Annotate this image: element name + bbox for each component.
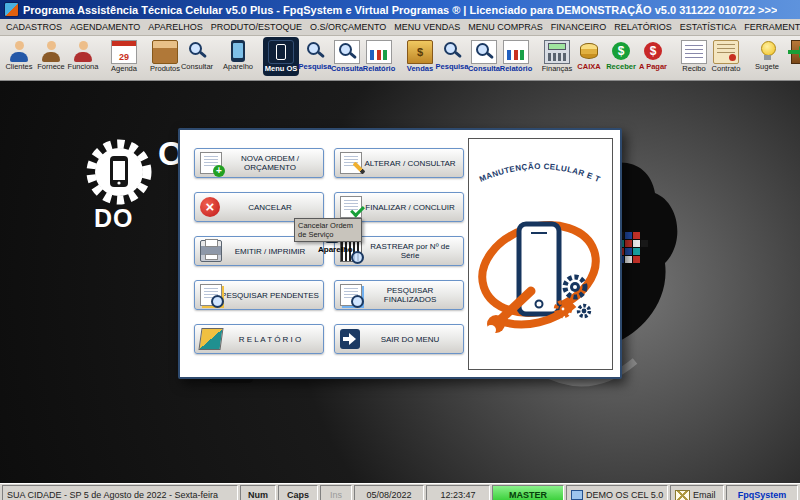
dialog-button[interactable]: R E L A T Ó R I O [194, 324, 324, 354]
status-num-lock: Num [240, 485, 276, 500]
menu-item[interactable]: AGENDAMENTO [66, 21, 144, 33]
menu-item-label: ESTATÍSTICA [680, 22, 737, 32]
dialog-button[interactable]: NOVA ORDEM / ORÇAMENTO [194, 148, 324, 178]
menu-item[interactable]: MENU VENDAS [390, 21, 464, 33]
toolbar-button[interactable]: Pesquisa [436, 37, 468, 74]
dialog-button[interactable]: SAIR DO MENU [334, 324, 464, 354]
toolbar-button[interactable]: Vendas [404, 37, 436, 76]
toolbar-button[interactable]: Receber [605, 37, 637, 74]
menu-item-label: FINANCEIRO [551, 22, 607, 32]
toolbar-button[interactable]: Produtos [149, 37, 181, 76]
monitor-icon [571, 490, 583, 500]
status-location: SUA CIDADE - SP 5 de Agosto de 2022 - Se… [2, 485, 238, 500]
dialog-button[interactable]: ALTERAR / CONSULTAR [334, 148, 464, 178]
menu-item-label: O.S/ORÇAMENTO [310, 22, 386, 32]
toolbar-button[interactable]: Consultar [181, 37, 213, 74]
toolbar-button[interactable]: Aparelho [222, 37, 254, 74]
new-order-icon [200, 152, 222, 174]
toolbar-button-label: Contrato [712, 65, 741, 73]
window-title: Programa Assistência Técnica Celular v5.… [23, 4, 777, 16]
toolbar-button[interactable]: Contrato [710, 37, 742, 76]
app-icon [4, 2, 19, 17]
status-bar: SUA CIDADE - SP 5 de Agosto de 2022 - Se… [0, 483, 800, 500]
status-date: 05/08/2022 [354, 485, 424, 500]
dialog-button-label: SAIR DO MENU [356, 335, 443, 344]
toolbar-button-label: CAIXA [577, 63, 600, 71]
status-insert: Ins [320, 485, 352, 500]
menu-item[interactable]: MENU COMPRAS [464, 21, 547, 33]
toolbar-button[interactable] [783, 37, 800, 68]
bulb-icon [755, 40, 779, 62]
toolbar-button[interactable]: Funciona [67, 37, 99, 74]
receipt-icon [681, 40, 707, 64]
svg-text:MANUTENÇÃO CELULAR E TABLET: MANUTENÇÃO CELULAR E TABLET [469, 139, 601, 184]
contract-icon [713, 40, 739, 64]
toolbar-button[interactable]: Sugete [751, 37, 783, 74]
toolbar-button[interactable]: Relatório [500, 37, 532, 76]
dialog-button-label: EMITIR / IMPRIMIR [210, 247, 309, 256]
toolbar-button-label: Agenda [111, 65, 137, 73]
search-done-icon [340, 284, 362, 306]
menu-item[interactable]: ESTATÍSTICA [676, 21, 741, 33]
menu-item[interactable]: O.S/ORÇAMENTO [306, 21, 390, 33]
toolbar-button[interactable]: Consulta [468, 37, 500, 76]
toolbar-button-label: Sugete [755, 63, 779, 71]
menu-item-label: CADASTROS [6, 22, 62, 32]
device-icon [231, 40, 245, 62]
staff-icon [71, 40, 95, 62]
toolbar-button[interactable]: Finanças [541, 37, 573, 76]
logo-gear-icon [84, 137, 154, 207]
dialog-button[interactable]: PESQUISAR FINALIZADOS [334, 280, 464, 310]
menu-item[interactable]: PRODUTO/ESTOQUE [207, 21, 306, 33]
products-icon [152, 40, 178, 64]
os-menu-icon [268, 40, 294, 64]
toolbar-button[interactable]: Relatório [363, 37, 395, 76]
menu-item[interactable]: RELATÓRIOS [610, 21, 675, 33]
toolbar-button-label: A Pagar [639, 63, 667, 71]
repair-illustration: MANUTENÇÃO CELULAR E TABLET [469, 139, 610, 367]
status-email[interactable]: Email [670, 485, 724, 500]
status-user-badge: MASTER [492, 485, 564, 500]
menu-item[interactable]: CADASTROS [2, 21, 66, 33]
supplier-icon [39, 40, 63, 62]
toolbar-button[interactable]: Pesquisa [299, 37, 331, 74]
print-icon [200, 240, 222, 262]
report3d-icon [198, 328, 223, 350]
toolbar-button-label: Consultar [181, 63, 213, 71]
toolbar-button[interactable]: Fornece [35, 37, 67, 74]
toolbar-button[interactable]: A Pagar [637, 37, 669, 74]
illustration-panel: MANUTENÇÃO CELULAR E TABLET [468, 138, 613, 370]
floating-device-label: Aparelho [318, 245, 353, 254]
application-window: Programa Assistência Técnica Celular v5.… [0, 0, 800, 500]
toolbar-button[interactable]: 29 Agenda [108, 37, 140, 76]
toolbar-button[interactable]: Menu OS [263, 37, 299, 76]
toolbar-button-label: Fornece [37, 63, 65, 71]
menu-item-label: APARELHOS [148, 22, 202, 32]
menu-item-label: MENU VENDAS [394, 22, 460, 32]
toolbar-button-label: Pesquisa [436, 63, 469, 71]
main-area: O DO NOVA ORDEM / ORÇAMENTO ALTERAR / CO… [0, 81, 800, 483]
finalize-icon [340, 196, 362, 218]
logo-text-line2: DO [94, 205, 134, 231]
toolbar-button[interactable]: CAIXA [573, 37, 605, 74]
toolbar-button-label: Relatório [500, 65, 533, 73]
status-brand: FpqSystem [726, 485, 798, 500]
menu-item-label: FERRAMENTAS [744, 22, 800, 32]
toolbar-button-label: Recibo [682, 65, 705, 73]
dialog-button[interactable]: PESQUISAR PENDENTES [194, 280, 324, 310]
toolbar-button[interactable]: Recibo [678, 37, 710, 76]
toolbar-button[interactable]: Clientes [3, 37, 35, 74]
calendar-day-badge: 29 [112, 52, 136, 62]
toolbar-button-label: Finanças [542, 65, 572, 73]
pay-icon [641, 40, 665, 62]
toolbar-button[interactable]: Consulta [331, 37, 363, 76]
menu-item[interactable]: FERRAMENTAS [740, 21, 800, 33]
menu-item-label: AGENDAMENTO [70, 22, 140, 32]
os-menu-dialog: NOVA ORDEM / ORÇAMENTO ALTERAR / CONSULT… [178, 128, 622, 379]
menu-item[interactable]: FINANCEIRO [547, 21, 611, 33]
toolbar-button-label: Produtos [150, 65, 180, 73]
search-icon [303, 40, 327, 62]
toolbar-button-label: Consulta [331, 65, 363, 73]
menu-item[interactable]: APARELHOS [144, 21, 206, 33]
menu-bar: CADASTROS AGENDAMENTO APARELHOS PRODUTO/… [0, 19, 800, 36]
